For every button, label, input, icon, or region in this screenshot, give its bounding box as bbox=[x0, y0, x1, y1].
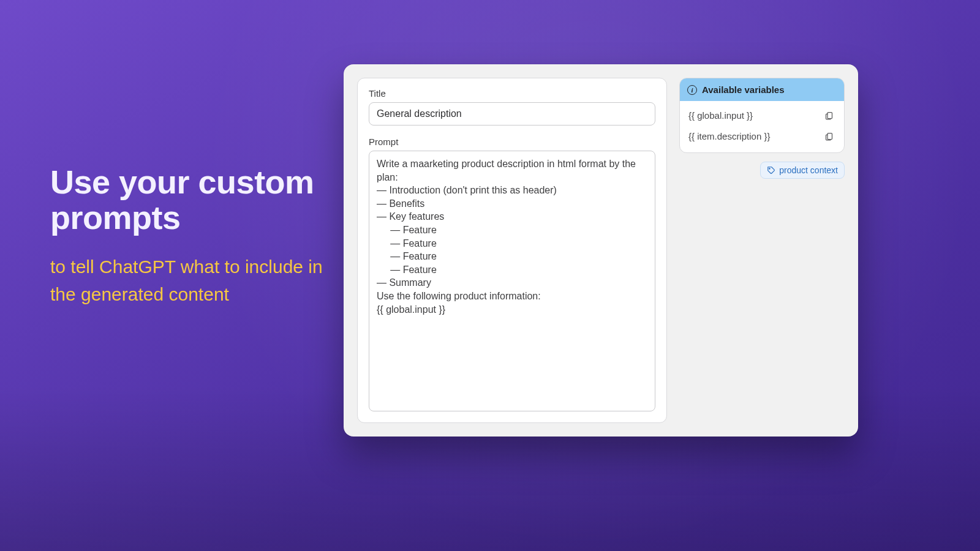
product-context-tag[interactable]: product context bbox=[760, 162, 845, 179]
info-icon: i bbox=[687, 85, 697, 95]
subhead: to tell ChatGPT what to include in the g… bbox=[50, 253, 332, 308]
tag-row: product context bbox=[679, 162, 845, 179]
prompt-label: Prompt bbox=[369, 137, 655, 147]
copy-variable-button[interactable] bbox=[822, 129, 835, 143]
svg-rect-0 bbox=[827, 112, 832, 118]
variable-row: {{ item.description }} bbox=[682, 126, 842, 146]
tag-label: product context bbox=[779, 165, 838, 175]
stage: Use your custom prompts to tell ChatGPT … bbox=[0, 0, 980, 551]
variables-card: i Available variables {{ global.input }}… bbox=[679, 78, 845, 153]
tag-icon bbox=[767, 166, 775, 174]
marketing-copy: Use your custom prompts to tell ChatGPT … bbox=[50, 164, 332, 308]
variables-header: i Available variables bbox=[680, 78, 844, 101]
svg-point-2 bbox=[769, 168, 770, 169]
title-label: Title bbox=[369, 88, 655, 99]
svg-rect-1 bbox=[827, 133, 832, 139]
editor-card: Title Prompt bbox=[357, 78, 667, 423]
variable-row: {{ global.input }} bbox=[682, 105, 842, 126]
side-column: i Available variables {{ global.input }}… bbox=[679, 78, 845, 423]
title-input[interactable] bbox=[369, 102, 655, 126]
variables-header-label: Available variables bbox=[702, 84, 785, 95]
editor-panel: Title Prompt i Available variables {{ gl… bbox=[344, 64, 858, 437]
prompt-textarea[interactable] bbox=[369, 151, 655, 411]
variables-list: {{ global.input }} {{ item.description }… bbox=[680, 101, 844, 152]
copy-variable-button[interactable] bbox=[822, 108, 835, 122]
variable-token: {{ item.description }} bbox=[688, 131, 770, 141]
variable-token: {{ global.input }} bbox=[688, 110, 753, 121]
clipboard-icon bbox=[824, 111, 834, 120]
clipboard-icon bbox=[824, 132, 834, 141]
headline: Use your custom prompts bbox=[50, 164, 332, 236]
